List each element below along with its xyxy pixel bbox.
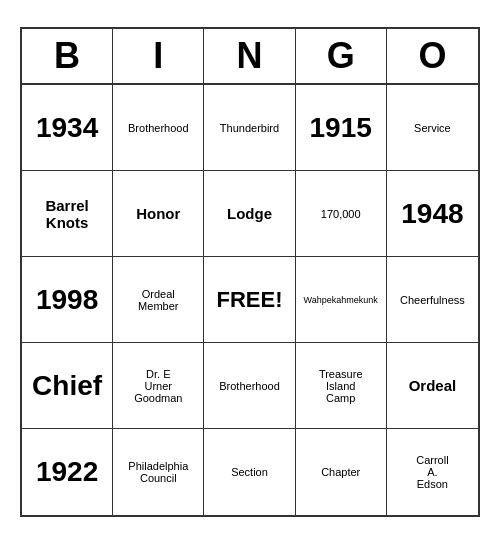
- bingo-cell-5: BarrelKnots: [22, 171, 113, 257]
- bingo-cell-14: Cheerfulness: [387, 257, 478, 343]
- cell-text-13: Wahpekahmekunk: [304, 295, 378, 305]
- bingo-cell-13: Wahpekahmekunk: [296, 257, 387, 343]
- cell-text-11: OrdealMember: [138, 288, 178, 312]
- cell-text-16: Dr. EUrnerGoodman: [134, 368, 182, 404]
- cell-text-24: CarrollA.Edson: [416, 454, 448, 490]
- bingo-cell-12: FREE!: [204, 257, 295, 343]
- header-letter-g: G: [296, 29, 387, 83]
- cell-text-9: 1948: [401, 198, 463, 230]
- bingo-cell-19: Ordeal: [387, 343, 478, 429]
- bingo-cell-11: OrdealMember: [113, 257, 204, 343]
- bingo-cell-9: 1948: [387, 171, 478, 257]
- cell-text-2: Thunderbird: [220, 122, 279, 134]
- cell-text-12: FREE!: [216, 287, 282, 313]
- bingo-cell-7: Lodge: [204, 171, 295, 257]
- header-letter-i: I: [113, 29, 204, 83]
- bingo-cell-21: PhiladelphiaCouncil: [113, 429, 204, 515]
- bingo-cell-6: Honor: [113, 171, 204, 257]
- cell-text-10: 1998: [36, 284, 98, 316]
- bingo-cell-1: Brotherhood: [113, 85, 204, 171]
- bingo-cell-3: 1915: [296, 85, 387, 171]
- cell-text-3: 1915: [310, 112, 372, 144]
- bingo-header: BINGO: [22, 29, 478, 85]
- cell-text-8: 170,000: [321, 208, 361, 220]
- cell-text-15: Chief: [32, 370, 102, 402]
- bingo-grid: 1934BrotherhoodThunderbird1915ServiceBar…: [22, 85, 478, 515]
- bingo-cell-23: Chapter: [296, 429, 387, 515]
- bingo-cell-20: 1922: [22, 429, 113, 515]
- cell-text-5: BarrelKnots: [45, 197, 88, 231]
- cell-text-18: TreasureIslandCamp: [319, 368, 363, 404]
- cell-text-4: Service: [414, 122, 451, 134]
- cell-text-23: Chapter: [321, 466, 360, 478]
- bingo-cell-15: Chief: [22, 343, 113, 429]
- bingo-cell-17: Brotherhood: [204, 343, 295, 429]
- bingo-cell-22: Section: [204, 429, 295, 515]
- bingo-cell-24: CarrollA.Edson: [387, 429, 478, 515]
- cell-text-20: 1922: [36, 456, 98, 488]
- cell-text-19: Ordeal: [409, 377, 457, 394]
- header-letter-b: B: [22, 29, 113, 83]
- bingo-cell-16: Dr. EUrnerGoodman: [113, 343, 204, 429]
- cell-text-1: Brotherhood: [128, 122, 189, 134]
- cell-text-21: PhiladelphiaCouncil: [128, 460, 188, 484]
- cell-text-0: 1934: [36, 112, 98, 144]
- cell-text-7: Lodge: [227, 205, 272, 222]
- bingo-cell-4: Service: [387, 85, 478, 171]
- cell-text-6: Honor: [136, 205, 180, 222]
- bingo-card: BINGO 1934BrotherhoodThunderbird1915Serv…: [20, 27, 480, 517]
- header-letter-n: N: [204, 29, 295, 83]
- cell-text-14: Cheerfulness: [400, 294, 465, 306]
- bingo-cell-8: 170,000: [296, 171, 387, 257]
- header-letter-o: O: [387, 29, 478, 83]
- bingo-cell-10: 1998: [22, 257, 113, 343]
- cell-text-22: Section: [231, 466, 268, 478]
- bingo-cell-2: Thunderbird: [204, 85, 295, 171]
- cell-text-17: Brotherhood: [219, 380, 280, 392]
- bingo-cell-18: TreasureIslandCamp: [296, 343, 387, 429]
- bingo-cell-0: 1934: [22, 85, 113, 171]
